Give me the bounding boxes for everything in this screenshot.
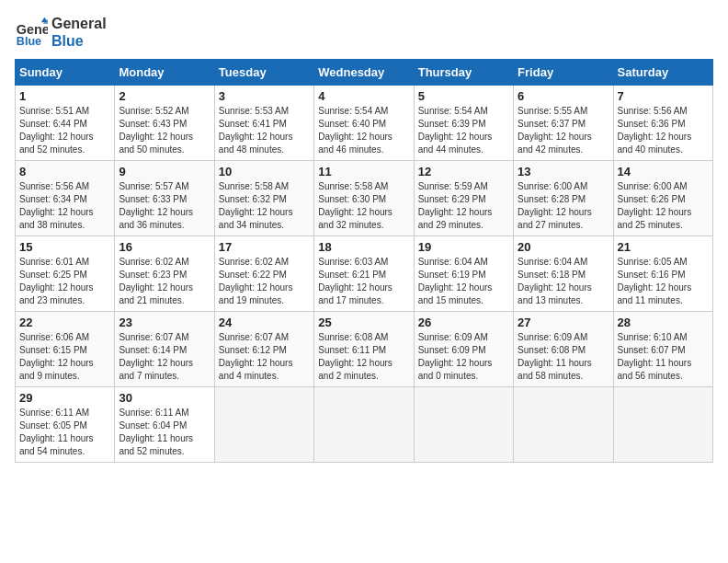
day-number: 19 — [418, 240, 509, 254]
calendar-cell: 20Sunrise: 6:04 AM Sunset: 6:18 PM Dayli… — [514, 236, 613, 312]
calendar-cell: 30Sunrise: 6:11 AM Sunset: 6:04 PM Dayli… — [115, 387, 214, 463]
calendar-cell — [613, 387, 712, 463]
calendar-cell: 27Sunrise: 6:09 AM Sunset: 6:08 PM Dayli… — [514, 312, 613, 387]
day-number: 21 — [618, 240, 709, 254]
calendar-cell: 21Sunrise: 6:05 AM Sunset: 6:16 PM Dayli… — [613, 236, 712, 312]
page-header: General Blue General Blue — [15, 15, 713, 50]
calendar-cell: 5Sunrise: 5:54 AM Sunset: 6:39 PM Daylig… — [414, 86, 513, 161]
col-header-saturday: Saturday — [613, 60, 712, 86]
day-number: 17 — [219, 240, 310, 254]
day-info: Sunrise: 6:07 AM Sunset: 6:14 PM Dayligh… — [119, 331, 210, 383]
calendar-cell: 22Sunrise: 6:06 AM Sunset: 6:15 PM Dayli… — [16, 312, 115, 387]
day-number: 14 — [618, 165, 709, 178]
col-header-tuesday: Tuesday — [214, 60, 313, 86]
day-info: Sunrise: 5:55 AM Sunset: 6:37 PM Dayligh… — [518, 105, 609, 156]
day-number: 20 — [518, 240, 609, 254]
day-number: 22 — [19, 316, 110, 329]
col-header-monday: Monday — [115, 60, 214, 86]
calendar-cell: 8Sunrise: 5:56 AM Sunset: 6:34 PM Daylig… — [16, 161, 115, 236]
day-number: 11 — [318, 165, 409, 178]
logo-icon: General Blue — [15, 16, 48, 49]
day-number: 2 — [119, 89, 210, 103]
col-header-thursday: Thursday — [414, 60, 513, 86]
day-info: Sunrise: 5:56 AM Sunset: 6:36 PM Dayligh… — [618, 105, 709, 156]
day-info: Sunrise: 5:54 AM Sunset: 6:39 PM Dayligh… — [418, 105, 509, 156]
day-number: 26 — [418, 316, 509, 329]
day-info: Sunrise: 6:02 AM Sunset: 6:22 PM Dayligh… — [219, 256, 310, 307]
day-info: Sunrise: 5:59 AM Sunset: 6:29 PM Dayligh… — [418, 180, 509, 232]
day-info: Sunrise: 5:58 AM Sunset: 6:30 PM Dayligh… — [318, 180, 409, 232]
day-number: 16 — [119, 240, 210, 254]
calendar-cell: 16Sunrise: 6:02 AM Sunset: 6:23 PM Dayli… — [115, 236, 214, 312]
day-info: Sunrise: 5:57 AM Sunset: 6:33 PM Dayligh… — [119, 180, 210, 232]
calendar-cell: 6Sunrise: 5:55 AM Sunset: 6:37 PM Daylig… — [514, 86, 613, 161]
day-number: 6 — [518, 89, 609, 103]
day-number: 10 — [219, 165, 310, 178]
day-number: 25 — [318, 316, 409, 329]
logo: General Blue General Blue — [15, 15, 107, 50]
day-number: 27 — [518, 316, 609, 329]
day-info: Sunrise: 6:05 AM Sunset: 6:16 PM Dayligh… — [618, 256, 709, 307]
day-number: 15 — [19, 240, 110, 254]
calendar-cell: 15Sunrise: 6:01 AM Sunset: 6:25 PM Dayli… — [16, 236, 115, 312]
col-header-friday: Friday — [514, 60, 613, 86]
calendar-week-1: 1Sunrise: 5:51 AM Sunset: 6:44 PM Daylig… — [16, 86, 713, 161]
calendar-cell: 24Sunrise: 6:07 AM Sunset: 6:12 PM Dayli… — [214, 312, 313, 387]
day-info: Sunrise: 5:54 AM Sunset: 6:40 PM Dayligh… — [318, 105, 409, 156]
calendar-cell: 28Sunrise: 6:10 AM Sunset: 6:07 PM Dayli… — [613, 312, 712, 387]
logo-blue: Blue — [51, 32, 107, 50]
calendar-week-2: 8Sunrise: 5:56 AM Sunset: 6:34 PM Daylig… — [16, 161, 713, 236]
calendar-cell: 26Sunrise: 6:09 AM Sunset: 6:09 PM Dayli… — [414, 312, 513, 387]
calendar-cell: 11Sunrise: 5:58 AM Sunset: 6:30 PM Dayli… — [314, 161, 414, 236]
day-number: 18 — [318, 240, 409, 254]
svg-text:General: General — [17, 22, 48, 37]
calendar-cell: 17Sunrise: 6:02 AM Sunset: 6:22 PM Dayli… — [214, 236, 313, 312]
day-info: Sunrise: 6:10 AM Sunset: 6:07 PM Dayligh… — [618, 331, 709, 383]
day-info: Sunrise: 6:03 AM Sunset: 6:21 PM Dayligh… — [318, 256, 409, 307]
calendar-cell: 23Sunrise: 6:07 AM Sunset: 6:14 PM Dayli… — [115, 312, 214, 387]
calendar-cell — [214, 387, 313, 463]
calendar-cell: 1Sunrise: 5:51 AM Sunset: 6:44 PM Daylig… — [16, 86, 115, 161]
calendar-cell — [314, 387, 414, 463]
calendar-cell — [514, 387, 613, 463]
calendar-cell: 4Sunrise: 5:54 AM Sunset: 6:40 PM Daylig… — [314, 86, 414, 161]
calendar-cell: 18Sunrise: 6:03 AM Sunset: 6:21 PM Dayli… — [314, 236, 414, 312]
day-info: Sunrise: 6:01 AM Sunset: 6:25 PM Dayligh… — [19, 256, 110, 307]
day-number: 8 — [19, 165, 110, 178]
day-info: Sunrise: 5:56 AM Sunset: 6:34 PM Dayligh… — [19, 180, 110, 232]
calendar-cell: 14Sunrise: 6:00 AM Sunset: 6:26 PM Dayli… — [613, 161, 712, 236]
day-info: Sunrise: 5:53 AM Sunset: 6:41 PM Dayligh… — [219, 105, 310, 156]
calendar-week-5: 29Sunrise: 6:11 AM Sunset: 6:05 PM Dayli… — [16, 387, 713, 463]
day-info: Sunrise: 6:02 AM Sunset: 6:23 PM Dayligh… — [119, 256, 210, 307]
day-number: 24 — [219, 316, 310, 329]
calendar-week-3: 15Sunrise: 6:01 AM Sunset: 6:25 PM Dayli… — [16, 236, 713, 312]
day-info: Sunrise: 6:04 AM Sunset: 6:19 PM Dayligh… — [418, 256, 509, 307]
calendar-cell: 19Sunrise: 6:04 AM Sunset: 6:19 PM Dayli… — [414, 236, 513, 312]
calendar-cell: 13Sunrise: 6:00 AM Sunset: 6:28 PM Dayli… — [514, 161, 613, 236]
calendar-cell: 9Sunrise: 5:57 AM Sunset: 6:33 PM Daylig… — [115, 161, 214, 236]
day-number: 28 — [618, 316, 709, 329]
calendar-cell: 29Sunrise: 6:11 AM Sunset: 6:05 PM Dayli… — [16, 387, 115, 463]
calendar-table: SundayMondayTuesdayWednesdayThursdayFrid… — [15, 59, 713, 463]
day-info: Sunrise: 6:11 AM Sunset: 6:05 PM Dayligh… — [19, 407, 110, 458]
day-number: 7 — [618, 89, 709, 103]
day-info: Sunrise: 6:06 AM Sunset: 6:15 PM Dayligh… — [19, 331, 110, 383]
col-header-sunday: Sunday — [16, 60, 115, 86]
day-number: 30 — [119, 391, 210, 405]
day-info: Sunrise: 6:04 AM Sunset: 6:18 PM Dayligh… — [518, 256, 609, 307]
day-number: 5 — [418, 89, 509, 103]
calendar-cell: 2Sunrise: 5:52 AM Sunset: 6:43 PM Daylig… — [115, 86, 214, 161]
day-number: 29 — [19, 391, 110, 405]
day-number: 3 — [219, 89, 310, 103]
day-info: Sunrise: 6:09 AM Sunset: 6:08 PM Dayligh… — [518, 331, 609, 383]
calendar-week-4: 22Sunrise: 6:06 AM Sunset: 6:15 PM Dayli… — [16, 312, 713, 387]
day-info: Sunrise: 5:52 AM Sunset: 6:43 PM Dayligh… — [119, 105, 210, 156]
day-info: Sunrise: 6:08 AM Sunset: 6:11 PM Dayligh… — [318, 331, 409, 383]
calendar-cell: 12Sunrise: 5:59 AM Sunset: 6:29 PM Dayli… — [414, 161, 513, 236]
calendar-cell: 25Sunrise: 6:08 AM Sunset: 6:11 PM Dayli… — [314, 312, 414, 387]
day-number: 23 — [119, 316, 210, 329]
day-info: Sunrise: 6:11 AM Sunset: 6:04 PM Dayligh… — [119, 407, 210, 458]
day-number: 4 — [318, 89, 409, 103]
calendar-cell: 10Sunrise: 5:58 AM Sunset: 6:32 PM Dayli… — [214, 161, 313, 236]
day-number: 1 — [19, 89, 110, 103]
